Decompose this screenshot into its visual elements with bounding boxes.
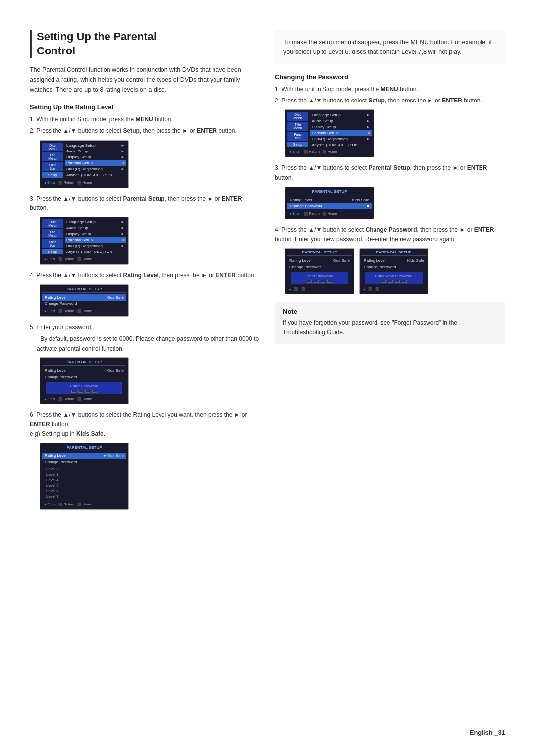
menu-screenshot-1: DiscMenu TitleMenu Function Setup Langua… [40, 140, 129, 188]
parental-footer-pw: ● Enter ⬛ Return ⬛ Home [42, 396, 126, 402]
s2-dot-1 [381, 280, 386, 283]
pw-dot-2 [78, 390, 83, 393]
s2-enter-new-pw: Enter New Password [365, 272, 423, 284]
r-parental-footer-2: ● Enter ⬛ Return ⬛ Home [287, 211, 372, 217]
menu-row-parental: Parental Setup■ [65, 160, 126, 166]
menu-row-parental-2: Parental Setup■ [65, 237, 126, 243]
r-menu-parental: Parental Setup■ [310, 130, 372, 136]
intro-text: The Parental Control function works in c… [30, 65, 260, 95]
rating-level-title: Setting Up the Rating Level [30, 103, 260, 111]
parental-footer-level: ● Enter ⬛ Return ⬛ Home [42, 502, 126, 507]
screenshot-enter-new-pw-1: PARENTAL SETUP Rating LevelKids Safe Cha… [285, 248, 354, 294]
r-menu-divx: DivX(R) Registration► [310, 136, 372, 142]
parental-screenshot-right-2: PARENTAL SETUP Rating LevelKids Safe Cha… [285, 187, 374, 219]
right-column: To make the setup menu disappear, press … [275, 30, 505, 516]
menu-row-display: Display Setup► [65, 154, 126, 160]
screenshot-enter-new-pw-2: PARENTAL SETUP Rating LevelKids Safe Cha… [359, 248, 428, 294]
menu-row-divx-2: DivX(R) Registration► [65, 243, 126, 249]
menu-row-language-2: Language Setup► [65, 219, 126, 225]
menu-row-language: Language Setup► [65, 143, 126, 149]
sidebar-title-menu-2: TitleMenu [42, 229, 63, 238]
parental-header-1: PARENTAL SETUP [42, 287, 126, 293]
page-number: English _31 [470, 729, 505, 736]
parental-row-password: Change Password [42, 301, 126, 307]
r-sidebar-disc-menu: DiscMenu [287, 112, 308, 121]
sidebar-title-menu: TitleMenu [42, 152, 63, 161]
enter-password-box: Enter Password [46, 382, 122, 394]
parental-screenshot-1: PARENTAL SETUP Rating LevelKids Safe Cha… [40, 284, 129, 317]
parental-row-rating-pw: Rating LevelKids Safe [42, 367, 126, 374]
s2-dot-3 [395, 280, 400, 283]
small-header-2: PARENTAL SETUP [361, 250, 427, 256]
top-description: To make the setup menu disappear, press … [275, 30, 505, 64]
s2-dot-4 [402, 280, 407, 283]
s2-change-pw: Change Password [361, 264, 427, 270]
cp-step-4: 4. Press the ▲/▼ button to select Change… [275, 225, 505, 244]
parental-header-r2: PARENTAL SETUP [287, 189, 372, 195]
step-5-note: - By default, password is set to 0000. P… [30, 334, 260, 353]
r-menu-audio: Audio Setup► [310, 118, 372, 124]
step-6: 6. Press the ▲/▼ buttons to select the R… [30, 410, 260, 439]
footer: English _31 [470, 729, 505, 736]
r-sidebar-title-menu: TitleMenu [287, 122, 308, 131]
s1-enter-pw: Enter Password [291, 272, 348, 284]
r-menu-language: Language Setup► [310, 112, 372, 118]
sidebar-setup: Setup [42, 172, 63, 178]
step-3: 3. Press the ▲/▼ buttons to select Paren… [30, 194, 260, 213]
r-menu-display: Display Setup► [310, 124, 372, 130]
sidebar-disc-menu: DiscMenu [42, 143, 63, 151]
parental-header-level: PARENTAL SETUP [42, 445, 126, 451]
cp-step-3: 3. Press the ▲/▼ buttons to select Paren… [275, 163, 505, 182]
sidebar-setup-2: Setup [42, 249, 63, 254]
menu-row-anynet-2: Anynet+(HDMI-CEC) : On [65, 249, 126, 255]
small-header-1: PARENTAL SETUP [287, 250, 352, 256]
menu-screenshot-2: DiscMenu TitleMenu Function Setup Langua… [40, 217, 129, 265]
pw-dot-3 [85, 390, 90, 393]
menu-screenshot-right-1: DiscMenu TitleMenu Function Setup Langua… [285, 109, 374, 157]
r-parental-row-password: Change Password■ [287, 203, 372, 209]
parental-header-pw: PARENTAL SETUP [42, 360, 126, 366]
cp-step-2: 2. Press the ▲/▼ buttons to select Setup… [275, 96, 505, 105]
menu-row-anynet: Anynet+(HDMI-CEC) : On [65, 172, 126, 178]
menu-footer-1: ● Enter ⬛ Return ⬛ Home [42, 180, 126, 186]
s1-rating: Rating LevelKids Safe [287, 257, 352, 264]
cp-step-1: 1. With the unit in Stop mode, press the… [275, 85, 505, 94]
parental-screenshot-level: PARENTAL SETUP Rating Level▸ Kids Safe C… [40, 443, 129, 510]
r-menu-anynet: Anynet+(HDMI-CEC) : On [310, 142, 372, 148]
parental-row-kids: Rating Level▸ Kids Safe [42, 453, 126, 459]
s2-dot-2 [388, 280, 393, 283]
r-sidebar-setup: Setup [287, 142, 308, 147]
pw-dot-1 [71, 390, 76, 393]
page-title: Setting Up the Parental Control [30, 30, 260, 58]
menu-row-divx: DivX(R) Registration► [65, 166, 126, 172]
sidebar-disc-menu-2: DiscMenu [42, 219, 63, 228]
rating-level-section: Setting Up the Rating Level 1. With the … [30, 103, 260, 510]
s1-dot-3 [321, 280, 325, 283]
page-container: CHANGING SETUP MENU Setting Up the Paren… [0, 0, 535, 756]
s1-change-pw: Change Password [287, 264, 352, 270]
s1-footer: ● ⬛ ⬛ [287, 286, 352, 292]
step-4: 4. Press the ▲/▼ buttons to select Ratin… [30, 271, 260, 280]
pw-dot-4 [92, 390, 97, 393]
r-sidebar-function: Function [287, 132, 308, 141]
parental-footer-1: ● Enter ⬛ Return ⬛ Home [42, 308, 126, 314]
parental-row-password-pw: Change Password [42, 374, 126, 380]
menu-row-display-2: Display Setup► [65, 231, 126, 237]
note-text: If you have forgotten your password, see… [283, 318, 497, 337]
parental-screenshot-password: PARENTAL SETUP Rating LevelKids Safe Cha… [40, 357, 129, 404]
note-title: Note [283, 308, 497, 315]
menu-footer-2: ● Enter ⬛ Return ⬛ Home [42, 256, 126, 262]
s2-rating: Rating LevelKids Safe [361, 257, 427, 264]
note-box: Note If you have forgotten your password… [275, 302, 505, 344]
content-area: Setting Up the Parental Control The Pare… [30, 30, 505, 516]
s2-footer: ● ⬛ ⬛ [361, 286, 427, 292]
step-1: 1. With the unit in Stop mode, press the… [30, 115, 260, 124]
menu-row-audio: Audio Setup► [65, 149, 126, 154]
step-2: 2. Press the ▲/▼ buttons to select Setup… [30, 126, 260, 136]
r-parental-row-rating: Rating LevelKids Safe [287, 197, 372, 203]
sidebar-function-2: Function [42, 239, 63, 248]
step-5: 5. Enter your password. [30, 323, 260, 332]
s1-dot-1 [307, 280, 312, 283]
s1-dot-2 [314, 280, 319, 283]
parental-row-rating: Rating LevelKids Safe [42, 294, 126, 301]
